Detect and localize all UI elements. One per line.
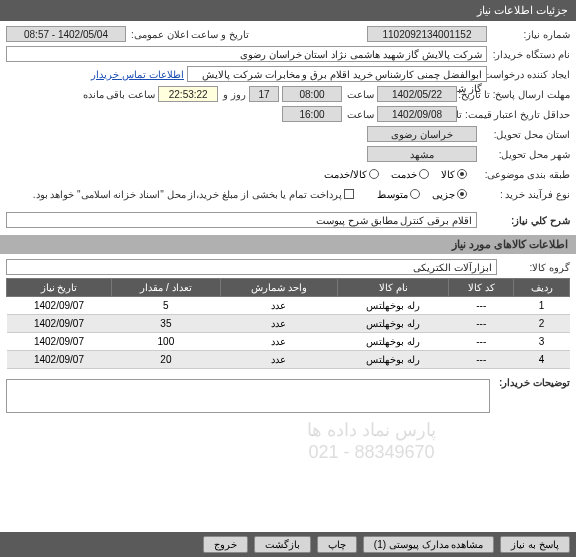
validity-label: حداقل تاریخ اعتبار قیمت: تا تاریخ: bbox=[460, 109, 570, 120]
table-cell: 35 bbox=[111, 315, 220, 333]
goods-table: ردیف کد کالا نام کالا واحد شمارش تعداد /… bbox=[6, 278, 570, 369]
table-cell: 20 bbox=[111, 351, 220, 369]
remain-time: 22:53:22 bbox=[158, 86, 218, 102]
table-cell: 1402/09/07 bbox=[7, 315, 112, 333]
desc-value: اقلام برقی کنترل مطابق شرح پیوست bbox=[6, 212, 477, 228]
process-radio-group: جزیی متوسط bbox=[377, 189, 467, 200]
table-row: 4---رله بوخهلتسعدد201402/09/07 bbox=[7, 351, 570, 369]
pay-note-check[interactable]: پرداخت تمام یا بخشی از مبلغ خرید،از محل … bbox=[31, 189, 354, 200]
table-row: 1---رله بوخهلتسعدد51402/09/07 bbox=[7, 297, 570, 315]
attachments-button[interactable]: مشاهده مدارک پیوستی (1) bbox=[363, 536, 495, 553]
table-cell: عدد bbox=[220, 333, 337, 351]
table-cell: رله بوخهلتس bbox=[337, 351, 449, 369]
table-cell: --- bbox=[449, 315, 514, 333]
reply-button[interactable]: پاسخ به نیاز bbox=[500, 536, 570, 553]
table-cell: 1402/09/07 bbox=[7, 351, 112, 369]
creator-label: ایجاد کننده درخواست: bbox=[490, 69, 570, 80]
notes-label: توضیحات خریدار: bbox=[493, 377, 570, 388]
th-name: نام کالا bbox=[337, 279, 449, 297]
table-row: 3---رله بوخهلتسعدد1001402/09/07 bbox=[7, 333, 570, 351]
validity-time: 16:00 bbox=[282, 106, 342, 122]
table-cell: 2 bbox=[514, 315, 570, 333]
table-cell: --- bbox=[449, 351, 514, 369]
close-button[interactable]: خروج bbox=[203, 536, 248, 553]
need-no-value: 1102092134001152 bbox=[367, 26, 487, 42]
announce-label: تاریخ و ساعت اعلان عمومی: bbox=[129, 29, 249, 40]
table-cell: 1 bbox=[514, 297, 570, 315]
table-cell: 5 bbox=[111, 297, 220, 315]
th-row: ردیف bbox=[514, 279, 570, 297]
page-root: جزئیات اطلاعات نیاز شماره نیاز: 11020921… bbox=[0, 0, 576, 557]
table-cell: عدد bbox=[220, 315, 337, 333]
back-button[interactable]: بازگشت bbox=[254, 536, 311, 553]
table-cell: 1402/09/07 bbox=[7, 297, 112, 315]
saat-label-2: ساعت bbox=[345, 109, 374, 120]
category-label: طبقه بندی موضوعی: bbox=[470, 169, 570, 180]
notes-box bbox=[6, 379, 490, 413]
table-cell: 4 bbox=[514, 351, 570, 369]
table-cell: رله بوخهلتس bbox=[337, 333, 449, 351]
deadline-time: 08:00 bbox=[282, 86, 342, 102]
need-no-label: شماره نیاز: bbox=[490, 29, 570, 40]
radio-kala[interactable]: کالا bbox=[441, 169, 467, 180]
province-value: خراسان رضوی bbox=[367, 126, 477, 142]
th-unit: واحد شمارش bbox=[220, 279, 337, 297]
page-header: جزئیات اطلاعات نیاز bbox=[0, 0, 576, 21]
form-area: شماره نیاز: 1102092134001152 تاریخ و ساع… bbox=[0, 21, 576, 235]
table-cell: 100 bbox=[111, 333, 220, 351]
category-radio-group: کالا خدمت کالا/خدمت bbox=[324, 169, 467, 180]
remain-label: ساعت باقی مانده bbox=[81, 89, 156, 100]
buyer-value: شرکت پالایش گاز شهید هاشمی نژاد استان خر… bbox=[6, 46, 487, 62]
process-label: نوع فرآیند خرید : bbox=[470, 189, 570, 200]
footer-bar: پاسخ به نیاز مشاهده مدارک پیوستی (1) چاپ… bbox=[0, 532, 576, 557]
saat-label-1: ساعت bbox=[345, 89, 374, 100]
creator-value: ابوالفضل چمنی کارشناس خرید اقلام برق و م… bbox=[187, 66, 487, 82]
table-cell: 1402/09/07 bbox=[7, 333, 112, 351]
table-cell: عدد bbox=[220, 351, 337, 369]
page-title: جزئیات اطلاعات نیاز bbox=[477, 4, 568, 16]
group-value: ابزارآلات الکتریکی bbox=[6, 259, 497, 275]
table-cell: عدد bbox=[220, 297, 337, 315]
table-cell: 3 bbox=[514, 333, 570, 351]
radio-kalakhadamat[interactable]: کالا/خدمت bbox=[324, 169, 379, 180]
table-cell: --- bbox=[449, 297, 514, 315]
table-row: 2---رله بوخهلتسعدد351402/09/07 bbox=[7, 315, 570, 333]
radio-khadamat[interactable]: خدمت bbox=[391, 169, 429, 180]
radio-jozi[interactable]: جزیی bbox=[432, 189, 467, 200]
goods-section-header: اطلاعات کالاهای مورد نیاز bbox=[0, 235, 576, 254]
table-cell: رله بوخهلتس bbox=[337, 315, 449, 333]
deadline-label: مهلت ارسال پاسخ: تا تاریخ: bbox=[460, 89, 570, 100]
rooz-va-label: روز و bbox=[221, 89, 246, 100]
days-value: 17 bbox=[249, 86, 279, 102]
goods-area: گروه کالا: ابزارآلات الکتریکی ردیف کد کا… bbox=[0, 254, 576, 419]
city-value: مشهد bbox=[367, 146, 477, 162]
contact-link[interactable]: اطلاعات تماس خریدار bbox=[91, 69, 184, 80]
province-label: استان محل تحویل: bbox=[480, 129, 570, 140]
buyer-label: نام دستگاه خریدار: bbox=[490, 49, 570, 60]
print-button[interactable]: چاپ bbox=[317, 536, 357, 553]
announce-value: 1402/05/04 - 08:57 bbox=[6, 26, 126, 42]
table-cell: --- bbox=[449, 333, 514, 351]
radio-motavaset[interactable]: متوسط bbox=[377, 189, 420, 200]
th-qty: تعداد / مقدار bbox=[111, 279, 220, 297]
desc-label: شرح کلي نياز: bbox=[480, 215, 570, 226]
th-code: کد کالا bbox=[449, 279, 514, 297]
deadline-date: 1402/05/22 bbox=[377, 86, 457, 102]
group-label: گروه کالا: bbox=[500, 262, 570, 273]
th-date: تاریخ نیاز bbox=[7, 279, 112, 297]
table-cell: رله بوخهلتس bbox=[337, 297, 449, 315]
watermark: پارس نماد داده ها 021 - 88349670 bbox=[307, 420, 436, 463]
validity-date: 1402/09/08 bbox=[377, 106, 457, 122]
city-label: شهر محل تحویل: bbox=[480, 149, 570, 160]
